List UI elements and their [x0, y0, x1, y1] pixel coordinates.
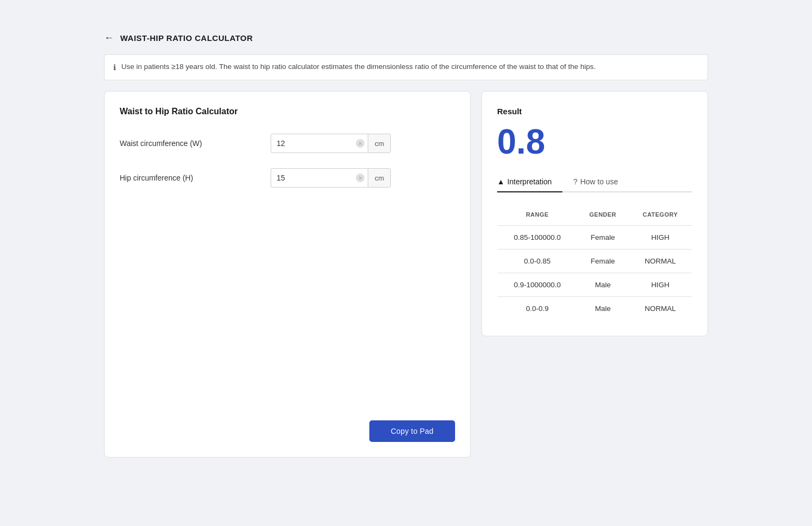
tabs-row: ▲ Interpretation ? How to use: [497, 172, 692, 192]
waist-label: Waist circumference (W): [120, 139, 271, 148]
range-cell: 0.0-0.85: [498, 250, 577, 273]
gender-cell: Female: [577, 226, 629, 250]
copy-to-pad-button[interactable]: Copy to Pad: [369, 420, 455, 442]
table-row: 0.9-1000000.0 Male HIGH: [498, 273, 692, 297]
page-header: ← WAIST-HIP RATIO CALCULATOR: [104, 32, 708, 44]
hip-input-wrapper: ✕: [271, 168, 368, 188]
waist-input[interactable]: [271, 134, 368, 153]
table-header-row: RANGE GENDER CATEGORY: [498, 204, 692, 226]
category-cell: NORMAL: [629, 250, 692, 273]
info-text: Use in patients ≥18 years old. The waist…: [121, 61, 596, 72]
how-to-use-tab-icon: ?: [573, 177, 577, 186]
hip-unit: cm: [368, 168, 391, 188]
result-panel: Result 0.8 ▲ Interpretation ? How to use…: [481, 91, 708, 336]
page-title: WAIST-HIP RATIO CALCULATOR: [120, 33, 253, 43]
gender-cell: Male: [577, 273, 629, 297]
category-cell: HIGH: [629, 226, 692, 250]
table-row: 0.0-0.9 Male NORMAL: [498, 297, 692, 321]
waist-input-group: ✕ cm: [271, 134, 391, 153]
hip-input-group: ✕ cm: [271, 168, 391, 188]
gender-cell: Male: [577, 297, 629, 321]
result-value: 0.8: [497, 124, 692, 159]
waist-input-wrapper: ✕: [271, 134, 368, 153]
table-row: 0.0-0.85 Female NORMAL: [498, 250, 692, 273]
tab-how-to-use[interactable]: ? How to use: [573, 172, 629, 192]
col-category: CATEGORY: [629, 204, 692, 226]
copy-btn-row: Copy to Pad: [369, 420, 455, 442]
calculator-title: Waist to Hip Ratio Calculator: [120, 107, 455, 116]
gender-cell: Female: [577, 250, 629, 273]
hip-label: Hip circumference (H): [120, 174, 271, 182]
interpretation-table: RANGE GENDER CATEGORY 0.85-100000.0 Fema…: [497, 203, 692, 321]
hip-clear-icon[interactable]: ✕: [356, 174, 364, 182]
hip-input[interactable]: [271, 168, 368, 188]
tab-interpretation[interactable]: ▲ Interpretation: [497, 172, 562, 192]
main-content: Waist to Hip Ratio Calculator Waist circ…: [104, 91, 708, 458]
category-cell: NORMAL: [629, 297, 692, 321]
range-cell: 0.0-0.9: [498, 297, 577, 321]
category-cell: HIGH: [629, 273, 692, 297]
col-range: RANGE: [498, 204, 577, 226]
waist-field-row: Waist circumference (W) ✕ cm: [120, 134, 455, 153]
waist-unit: cm: [368, 134, 391, 153]
info-icon: ℹ: [113, 62, 116, 73]
col-gender: GENDER: [577, 204, 629, 226]
how-to-use-tab-label: How to use: [580, 177, 618, 186]
range-cell: 0.9-1000000.0: [498, 273, 577, 297]
interpretation-tab-icon: ▲: [497, 177, 505, 186]
info-banner: ℹ Use in patients ≥18 years old. The wai…: [104, 54, 708, 80]
hip-field-row: Hip circumference (H) ✕ cm: [120, 168, 455, 188]
calculator-panel: Waist to Hip Ratio Calculator Waist circ…: [104, 91, 471, 458]
back-button[interactable]: ←: [104, 32, 114, 44]
range-cell: 0.85-100000.0: [498, 226, 577, 250]
waist-clear-icon[interactable]: ✕: [356, 139, 364, 148]
table-row: 0.85-100000.0 Female HIGH: [498, 226, 692, 250]
result-label: Result: [497, 107, 692, 116]
interpretation-tab-label: Interpretation: [507, 177, 552, 186]
